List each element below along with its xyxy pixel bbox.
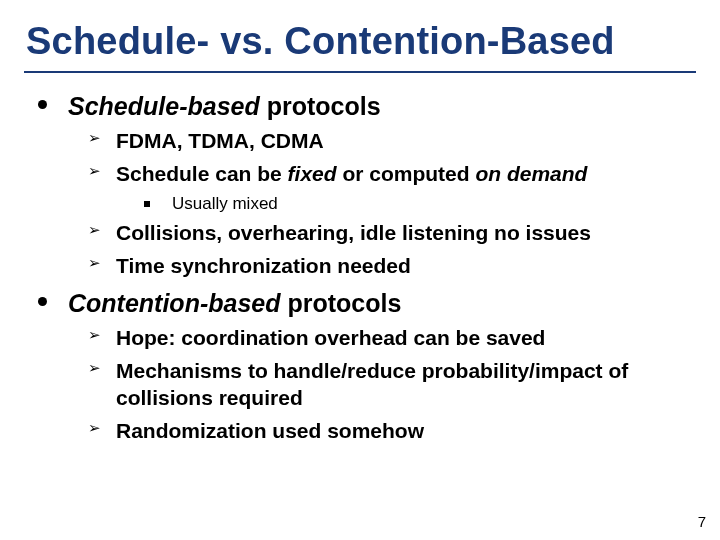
list-item: ➢ Schedule can be fixed or computed on d… — [68, 161, 696, 214]
sub-sub-list: Usually mixed — [116, 194, 696, 214]
slide-title: Schedule- vs. Contention-Based — [26, 20, 696, 63]
chevron-icon: ➢ — [88, 326, 101, 344]
section-heading: Contention-based protocols — [68, 288, 696, 319]
list-item: ➢ Collisions, overhearing, idle listenin… — [68, 220, 696, 247]
list-item: ➢ FDMA, TDMA, CDMA — [68, 128, 696, 155]
item-text: Randomization used somehow — [116, 418, 696, 445]
section-schedule-based: Schedule-based protocols ➢ FDMA, TDMA, C… — [24, 91, 696, 280]
list-item: Usually mixed — [116, 194, 696, 214]
chevron-icon: ➢ — [88, 419, 101, 437]
slide: Schedule- vs. Contention-Based Schedule-… — [0, 0, 720, 540]
item-text: Usually mixed — [172, 194, 696, 214]
list-item: ➢ Mechanisms to handle/reduce probabilit… — [68, 358, 696, 412]
text-italic: fixed — [288, 162, 337, 185]
section-heading: Schedule-based protocols — [68, 91, 696, 122]
page-number: 7 — [698, 513, 706, 530]
item-text: Schedule can be fixed or computed on dem… — [116, 161, 696, 188]
chevron-icon: ➢ — [88, 129, 101, 147]
content-list: Schedule-based protocols ➢ FDMA, TDMA, C… — [24, 91, 696, 445]
list-item: ➢ Randomization used somehow — [68, 418, 696, 445]
text-run: or computed — [337, 162, 476, 185]
heading-rest: protocols — [281, 289, 402, 317]
item-text: Mechanisms to handle/reduce probability/… — [116, 358, 696, 412]
heading-italic: Contention-based — [68, 289, 281, 317]
item-text: Collisions, overhearing, idle listening … — [116, 220, 696, 247]
heading-italic: Schedule-based — [68, 92, 260, 120]
list-item: ➢ Time synchronization needed — [68, 253, 696, 280]
chevron-icon: ➢ — [88, 254, 101, 272]
chevron-icon: ➢ — [88, 221, 101, 239]
chevron-icon: ➢ — [88, 162, 101, 180]
disc-bullet-icon — [38, 297, 47, 306]
title-rule — [24, 71, 696, 73]
chevron-icon: ➢ — [88, 359, 101, 377]
disc-bullet-icon — [38, 100, 47, 109]
item-text: Time synchronization needed — [116, 253, 696, 280]
list-item: ➢ Hope: coordination overhead can be sav… — [68, 325, 696, 352]
text-run: Schedule can be — [116, 162, 288, 185]
section-contention-based: Contention-based protocols ➢ Hope: coord… — [24, 288, 696, 445]
square-bullet-icon — [144, 201, 150, 207]
text-italic: on demand — [475, 162, 587, 185]
sub-list: ➢ FDMA, TDMA, CDMA ➢ Schedule can be fix… — [68, 128, 696, 280]
heading-rest: protocols — [260, 92, 381, 120]
item-text: Hope: coordination overhead can be saved — [116, 325, 696, 352]
sub-list: ➢ Hope: coordination overhead can be sav… — [68, 325, 696, 445]
item-text: FDMA, TDMA, CDMA — [116, 128, 696, 155]
